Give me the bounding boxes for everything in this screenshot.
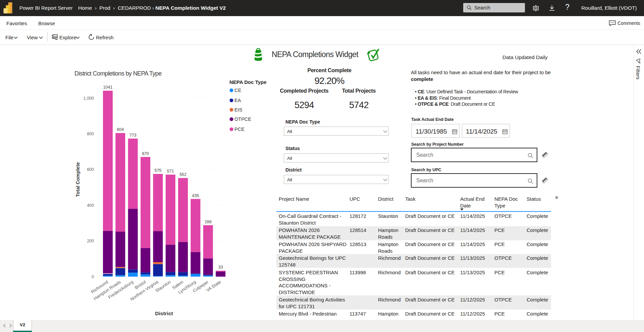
svg-text:773: 773 xyxy=(129,133,137,138)
svg-text:OTPCE: OTPCE xyxy=(234,116,251,122)
svg-text:EA: EA xyxy=(234,98,241,103)
svg-text:804: 804 xyxy=(117,127,124,132)
svg-text:575: 575 xyxy=(154,168,161,173)
svg-text:400: 400 xyxy=(87,203,94,208)
svg-text:435: 435 xyxy=(192,193,199,198)
svg-text:670: 670 xyxy=(142,151,149,156)
svg-text:800: 800 xyxy=(87,132,94,136)
svg-text:0: 0 xyxy=(92,275,94,279)
svg-text:600: 600 xyxy=(87,167,94,172)
svg-text:288: 288 xyxy=(205,220,212,224)
svg-text:1,000: 1,000 xyxy=(84,96,94,101)
svg-text:EIS: EIS xyxy=(234,107,242,112)
svg-text:District Completions by NEPA T: District Completions by NEPA Type xyxy=(74,70,162,77)
svg-text:33: 33 xyxy=(218,265,223,270)
svg-text:1041: 1041 xyxy=(103,85,113,90)
svg-text:Total Complete: Total Complete xyxy=(75,162,80,197)
svg-text:200: 200 xyxy=(87,239,94,243)
svg-text:NEPA Doc Type: NEPA Doc Type xyxy=(229,79,267,85)
svg-text:District: District xyxy=(155,311,173,316)
svg-text:PCE: PCE xyxy=(234,127,245,132)
svg-text:571: 571 xyxy=(167,169,174,174)
svg-text:552: 552 xyxy=(179,172,186,177)
svg-text:CE: CE xyxy=(234,88,241,93)
